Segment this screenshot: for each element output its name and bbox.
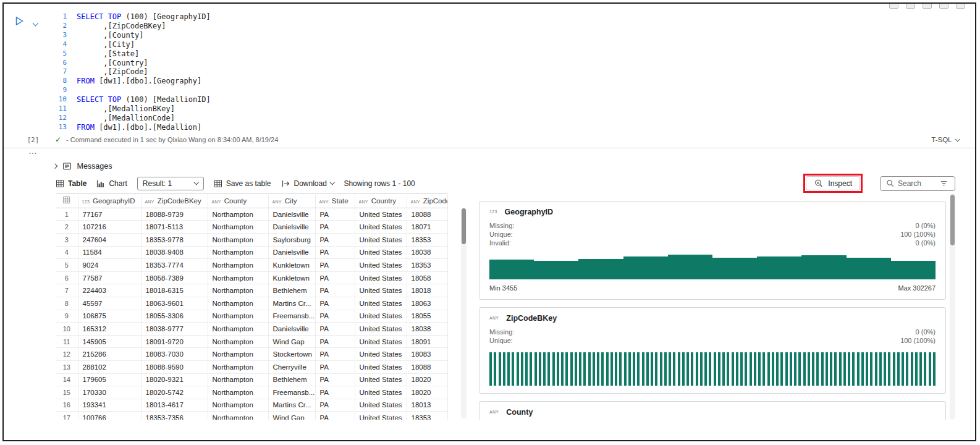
grid-cell[interactable]: 18353-7356 [141, 412, 208, 420]
grid-cell[interactable]: United States [355, 259, 407, 272]
grid-cell[interactable]: Kunkletown [268, 259, 315, 272]
grid-cell[interactable]: Stockertown [268, 348, 315, 361]
grid-cell[interactable]: Danielsville [268, 246, 315, 259]
grid-cell[interactable]: 18088-9739 [141, 208, 208, 221]
grid-cell[interactable]: United States [355, 412, 407, 420]
grid-cell[interactable]: 288102 [78, 360, 141, 373]
grid-cell[interactable]: 18071-5113 [141, 221, 208, 234]
grid-cell[interactable]: United States [355, 297, 407, 310]
result-selector[interactable]: Result: 1 [137, 177, 204, 190]
grid-cell[interactable]: 247604 [78, 233, 141, 246]
grid-cell[interactable]: PA [315, 246, 355, 259]
table-row[interactable]: 1619334118013-4617NorthamptonMartins Cr.… [56, 399, 447, 412]
grid-cell[interactable]: United States [355, 284, 407, 297]
grid-cell[interactable]: Northampton [208, 399, 268, 412]
grid-cell[interactable]: 18063 [407, 297, 447, 310]
grid-cell[interactable]: Danielsville [268, 208, 315, 221]
grid-cell[interactable]: 18055 [407, 310, 447, 323]
table-row[interactable]: 722440318018-6315NorthamptonBethlehemPAU… [56, 284, 447, 297]
grid-cell[interactable]: 18055-3306 [141, 310, 208, 323]
grid-cell[interactable]: PA [315, 259, 355, 272]
grid-cell[interactable]: United States [355, 373, 407, 386]
grid-cell[interactable]: 193341 [78, 399, 141, 412]
grid-cell[interactable]: 9024 [78, 259, 141, 272]
column-header[interactable]: ANYCounty [208, 193, 268, 208]
search-box[interactable] [880, 176, 955, 191]
column-header[interactable]: ANYCountry [355, 193, 407, 208]
grid-cell[interactable]: Bethlehem [268, 284, 315, 297]
table-row[interactable]: 1016531218038-9777NorthamptonDanielsvill… [56, 323, 447, 336]
table-row[interactable]: 1221528618083-7030NorthamptonStockertown… [56, 348, 447, 361]
grid-cell[interactable]: United States [355, 221, 407, 234]
grid-cell[interactable]: 18353 [407, 233, 447, 246]
grid-cell[interactable]: 18038-9777 [141, 323, 208, 336]
grid-cell[interactable]: 18020 [407, 373, 447, 386]
run-button[interactable] [14, 15, 25, 29]
grid-cell[interactable]: 18353-9778 [141, 233, 208, 246]
column-header[interactable]: ANYState [315, 193, 355, 208]
grid-cell[interactable]: Northampton [208, 323, 268, 336]
grid-cell[interactable]: PA [315, 348, 355, 361]
grid-cell[interactable]: 18058-7389 [141, 271, 208, 284]
grid-cell[interactable]: 18038-9408 [141, 246, 208, 259]
scrollbar-thumb[interactable] [462, 208, 466, 244]
top-toolbar-icon[interactable] [889, 2, 898, 9]
grid-cell[interactable]: 18018-6315 [141, 284, 208, 297]
more-indicator[interactable]: … [4, 148, 975, 158]
grid-cell[interactable]: Northampton [208, 221, 268, 234]
grid-cell[interactable]: Saylorsburg [268, 233, 315, 246]
column-header[interactable]: ANYZipCode [407, 193, 447, 208]
grid-cell[interactable]: 107216 [78, 221, 141, 234]
grid-cell[interactable]: PA [315, 360, 355, 373]
table-row[interactable]: 1417960518020-9321NorthamptonBethlehemPA… [56, 373, 447, 386]
run-options-button[interactable] [33, 15, 38, 27]
grid-cell[interactable]: Northampton [208, 297, 268, 310]
grid-cell[interactable]: Danielsville [268, 323, 315, 336]
grid-cell[interactable]: United States [355, 335, 407, 348]
table-row[interactable]: 1710076618353-7356NorthamptonWind GapPAU… [56, 412, 447, 420]
grid-cell[interactable]: 18088-9590 [141, 360, 208, 373]
grid-cell[interactable]: 18020 [407, 386, 447, 399]
grid-cell[interactable]: 18091-9720 [141, 335, 208, 348]
grid-cell[interactable]: Cherryville [268, 360, 315, 373]
grid-cell[interactable]: Martins Cr... [268, 399, 315, 412]
grid-cell[interactable]: Kunkletown [268, 271, 315, 284]
grid-cell[interactable]: 18020-9321 [141, 373, 208, 386]
grid-cell[interactable]: 18063-9601 [141, 297, 208, 310]
grid-cell[interactable]: PA [315, 412, 355, 420]
grid-cell[interactable]: PA [315, 271, 355, 284]
download-button[interactable]: Download [281, 179, 334, 188]
column-header[interactable]: ANYCity [268, 193, 315, 208]
grid-cell[interactable]: 18088 [407, 360, 447, 373]
table-row[interactable]: 17716718088-9739NorthamptonDanielsvilleP… [56, 208, 447, 221]
grid-cell[interactable]: 18353 [407, 412, 447, 420]
grid-cell[interactable]: 18353-7774 [141, 259, 208, 272]
table-row[interactable]: 1328810218088-9590NorthamptonCherryville… [56, 360, 447, 373]
grid-cell[interactable]: 170330 [78, 386, 141, 399]
inspect-scrollbar[interactable] [950, 193, 955, 420]
grid-cell[interactable]: 77167 [78, 208, 141, 221]
grid-cell[interactable]: 18018 [407, 284, 447, 297]
grid-cell[interactable]: PA [315, 221, 355, 234]
grid-cell[interactable]: Martins Cr... [268, 297, 315, 310]
grid-cell[interactable]: 215286 [78, 348, 141, 361]
table-view-button[interactable]: Table [56, 179, 87, 188]
grid-cell[interactable]: 18083-7030 [141, 348, 208, 361]
grid-cell[interactable]: 18088 [407, 208, 447, 221]
grid-cell[interactable]: United States [355, 348, 407, 361]
grid-cell[interactable]: PA [315, 335, 355, 348]
grid-cell[interactable]: Northampton [208, 412, 268, 420]
grid-cell[interactable]: 11584 [78, 246, 141, 259]
table-row[interactable]: 910687518055-3306NorthamptonFreemansb...… [56, 310, 447, 323]
top-toolbar-icon[interactable] [923, 2, 932, 9]
grid-cell[interactable]: Northampton [208, 259, 268, 272]
grid-cell[interactable]: PA [315, 310, 355, 323]
table-row[interactable]: 210721618071-5113NorthamptonDanielsville… [56, 221, 447, 234]
top-toolbar-icon[interactable] [939, 2, 948, 9]
grid-cell[interactable]: United States [355, 271, 407, 284]
grid-cell[interactable]: Freemansb... [268, 310, 315, 323]
grid-cell[interactable]: PA [315, 233, 355, 246]
grid-cell[interactable]: Northampton [208, 233, 268, 246]
table-row[interactable]: 5902418353-7774NorthamptonKunkletownPAUn… [56, 259, 447, 272]
table-row[interactable]: 41158418038-9408NorthamptonDanielsvilleP… [56, 246, 447, 259]
